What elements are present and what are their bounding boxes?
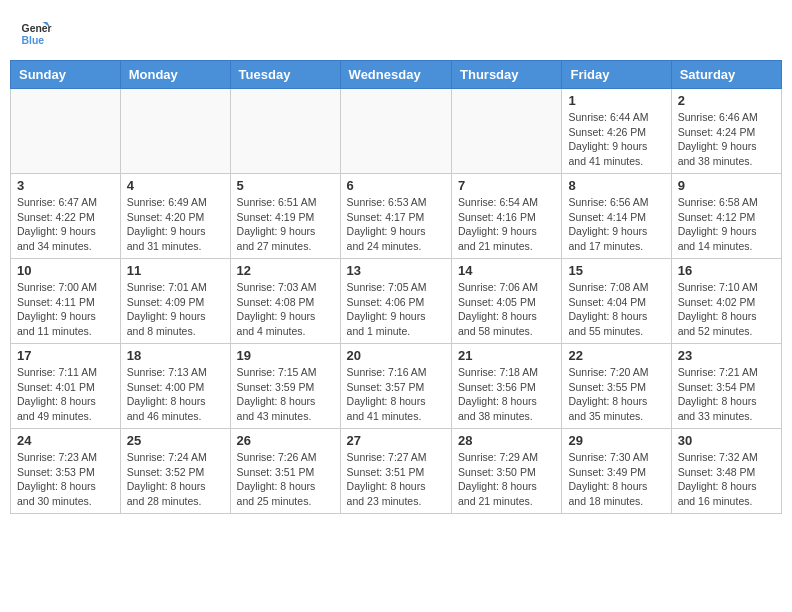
calendar-cell: 2Sunrise: 6:46 AMSunset: 4:24 PMDaylight… [671, 89, 781, 174]
calendar-cell: 1Sunrise: 6:44 AMSunset: 4:26 PMDaylight… [562, 89, 671, 174]
day-number: 5 [237, 178, 334, 193]
day-info: Sunrise: 7:32 AMSunset: 3:48 PMDaylight:… [678, 450, 775, 509]
day-info: Sunrise: 6:56 AMSunset: 4:14 PMDaylight:… [568, 195, 664, 254]
day-info: Sunrise: 7:21 AMSunset: 3:54 PMDaylight:… [678, 365, 775, 424]
week-row-4: 17Sunrise: 7:11 AMSunset: 4:01 PMDayligh… [11, 344, 782, 429]
day-info: Sunrise: 7:05 AMSunset: 4:06 PMDaylight:… [347, 280, 445, 339]
day-header-saturday: Saturday [671, 61, 781, 89]
calendar-cell: 15Sunrise: 7:08 AMSunset: 4:04 PMDayligh… [562, 259, 671, 344]
day-info: Sunrise: 7:08 AMSunset: 4:04 PMDaylight:… [568, 280, 664, 339]
day-info: Sunrise: 7:01 AMSunset: 4:09 PMDaylight:… [127, 280, 224, 339]
day-header-friday: Friday [562, 61, 671, 89]
calendar-header-row: SundayMondayTuesdayWednesdayThursdayFrid… [11, 61, 782, 89]
day-info: Sunrise: 7:13 AMSunset: 4:00 PMDaylight:… [127, 365, 224, 424]
day-number: 11 [127, 263, 224, 278]
day-info: Sunrise: 6:47 AMSunset: 4:22 PMDaylight:… [17, 195, 114, 254]
calendar-cell: 8Sunrise: 6:56 AMSunset: 4:14 PMDaylight… [562, 174, 671, 259]
day-number: 1 [568, 93, 664, 108]
calendar-cell: 17Sunrise: 7:11 AMSunset: 4:01 PMDayligh… [11, 344, 121, 429]
calendar-cell: 21Sunrise: 7:18 AMSunset: 3:56 PMDayligh… [452, 344, 562, 429]
calendar-cell: 16Sunrise: 7:10 AMSunset: 4:02 PMDayligh… [671, 259, 781, 344]
calendar-cell: 28Sunrise: 7:29 AMSunset: 3:50 PMDayligh… [452, 429, 562, 514]
calendar-cell: 27Sunrise: 7:27 AMSunset: 3:51 PMDayligh… [340, 429, 451, 514]
day-info: Sunrise: 7:26 AMSunset: 3:51 PMDaylight:… [237, 450, 334, 509]
day-info: Sunrise: 7:11 AMSunset: 4:01 PMDaylight:… [17, 365, 114, 424]
day-info: Sunrise: 6:53 AMSunset: 4:17 PMDaylight:… [347, 195, 445, 254]
day-info: Sunrise: 7:10 AMSunset: 4:02 PMDaylight:… [678, 280, 775, 339]
day-info: Sunrise: 6:51 AMSunset: 4:19 PMDaylight:… [237, 195, 334, 254]
day-info: Sunrise: 7:27 AMSunset: 3:51 PMDaylight:… [347, 450, 445, 509]
header: General Blue [10, 10, 782, 54]
calendar-cell: 25Sunrise: 7:24 AMSunset: 3:52 PMDayligh… [120, 429, 230, 514]
day-info: Sunrise: 7:15 AMSunset: 3:59 PMDaylight:… [237, 365, 334, 424]
calendar-cell: 10Sunrise: 7:00 AMSunset: 4:11 PMDayligh… [11, 259, 121, 344]
calendar-cell: 13Sunrise: 7:05 AMSunset: 4:06 PMDayligh… [340, 259, 451, 344]
logo: General Blue [20, 18, 52, 50]
day-number: 8 [568, 178, 664, 193]
week-row-2: 3Sunrise: 6:47 AMSunset: 4:22 PMDaylight… [11, 174, 782, 259]
day-header-thursday: Thursday [452, 61, 562, 89]
calendar-cell: 5Sunrise: 6:51 AMSunset: 4:19 PMDaylight… [230, 174, 340, 259]
calendar-cell [11, 89, 121, 174]
day-info: Sunrise: 6:46 AMSunset: 4:24 PMDaylight:… [678, 110, 775, 169]
day-number: 25 [127, 433, 224, 448]
day-info: Sunrise: 7:20 AMSunset: 3:55 PMDaylight:… [568, 365, 664, 424]
day-info: Sunrise: 6:58 AMSunset: 4:12 PMDaylight:… [678, 195, 775, 254]
calendar-cell: 19Sunrise: 7:15 AMSunset: 3:59 PMDayligh… [230, 344, 340, 429]
day-number: 24 [17, 433, 114, 448]
day-number: 30 [678, 433, 775, 448]
day-number: 13 [347, 263, 445, 278]
day-info: Sunrise: 6:44 AMSunset: 4:26 PMDaylight:… [568, 110, 664, 169]
day-header-sunday: Sunday [11, 61, 121, 89]
day-info: Sunrise: 7:06 AMSunset: 4:05 PMDaylight:… [458, 280, 555, 339]
calendar-cell: 24Sunrise: 7:23 AMSunset: 3:53 PMDayligh… [11, 429, 121, 514]
calendar-cell: 11Sunrise: 7:01 AMSunset: 4:09 PMDayligh… [120, 259, 230, 344]
day-header-monday: Monday [120, 61, 230, 89]
day-number: 6 [347, 178, 445, 193]
week-row-5: 24Sunrise: 7:23 AMSunset: 3:53 PMDayligh… [11, 429, 782, 514]
day-number: 9 [678, 178, 775, 193]
calendar-cell: 7Sunrise: 6:54 AMSunset: 4:16 PMDaylight… [452, 174, 562, 259]
calendar-cell [120, 89, 230, 174]
day-info: Sunrise: 6:54 AMSunset: 4:16 PMDaylight:… [458, 195, 555, 254]
calendar-cell: 14Sunrise: 7:06 AMSunset: 4:05 PMDayligh… [452, 259, 562, 344]
day-number: 21 [458, 348, 555, 363]
day-number: 2 [678, 93, 775, 108]
day-number: 7 [458, 178, 555, 193]
calendar-cell: 30Sunrise: 7:32 AMSunset: 3:48 PMDayligh… [671, 429, 781, 514]
svg-text:Blue: Blue [22, 35, 45, 46]
day-info: Sunrise: 7:23 AMSunset: 3:53 PMDaylight:… [17, 450, 114, 509]
day-info: Sunrise: 7:30 AMSunset: 3:49 PMDaylight:… [568, 450, 664, 509]
calendar-cell [452, 89, 562, 174]
week-row-3: 10Sunrise: 7:00 AMSunset: 4:11 PMDayligh… [11, 259, 782, 344]
day-number: 14 [458, 263, 555, 278]
day-number: 17 [17, 348, 114, 363]
day-number: 28 [458, 433, 555, 448]
calendar-cell: 4Sunrise: 6:49 AMSunset: 4:20 PMDaylight… [120, 174, 230, 259]
day-number: 27 [347, 433, 445, 448]
calendar-cell: 22Sunrise: 7:20 AMSunset: 3:55 PMDayligh… [562, 344, 671, 429]
day-number: 18 [127, 348, 224, 363]
day-number: 10 [17, 263, 114, 278]
day-info: Sunrise: 7:18 AMSunset: 3:56 PMDaylight:… [458, 365, 555, 424]
day-number: 29 [568, 433, 664, 448]
day-info: Sunrise: 7:03 AMSunset: 4:08 PMDaylight:… [237, 280, 334, 339]
day-info: Sunrise: 7:24 AMSunset: 3:52 PMDaylight:… [127, 450, 224, 509]
calendar-cell: 9Sunrise: 6:58 AMSunset: 4:12 PMDaylight… [671, 174, 781, 259]
day-number: 22 [568, 348, 664, 363]
day-header-wednesday: Wednesday [340, 61, 451, 89]
calendar-cell: 20Sunrise: 7:16 AMSunset: 3:57 PMDayligh… [340, 344, 451, 429]
day-number: 23 [678, 348, 775, 363]
calendar-cell: 29Sunrise: 7:30 AMSunset: 3:49 PMDayligh… [562, 429, 671, 514]
day-info: Sunrise: 7:00 AMSunset: 4:11 PMDaylight:… [17, 280, 114, 339]
day-number: 15 [568, 263, 664, 278]
day-info: Sunrise: 7:29 AMSunset: 3:50 PMDaylight:… [458, 450, 555, 509]
calendar-cell: 12Sunrise: 7:03 AMSunset: 4:08 PMDayligh… [230, 259, 340, 344]
calendar-cell [230, 89, 340, 174]
day-number: 4 [127, 178, 224, 193]
day-number: 12 [237, 263, 334, 278]
day-number: 3 [17, 178, 114, 193]
calendar-cell [340, 89, 451, 174]
calendar-cell: 3Sunrise: 6:47 AMSunset: 4:22 PMDaylight… [11, 174, 121, 259]
day-number: 16 [678, 263, 775, 278]
